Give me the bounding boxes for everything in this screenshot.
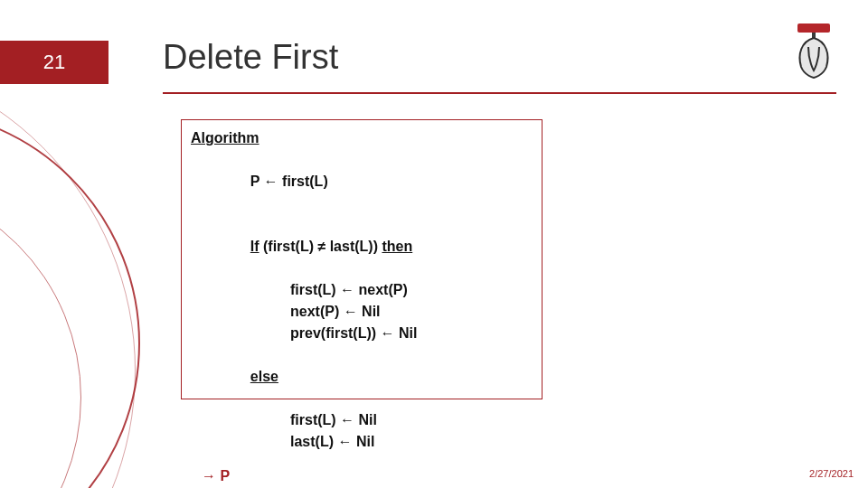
svg-rect-0 bbox=[797, 23, 830, 33]
algo-line-body2: next(P) ← Nil bbox=[191, 301, 533, 323]
algo-line-else: else bbox=[191, 344, 533, 409]
keyword-then: then bbox=[382, 239, 412, 254]
algorithm-box: Algorithm P ← first(L) If (first(L) ≠ la… bbox=[181, 119, 542, 399]
arrow-right-icon: → bbox=[202, 468, 216, 483]
decorative-curve bbox=[0, 108, 140, 488]
decorative-curve bbox=[0, 181, 81, 488]
algo-line-assign-p: P ← first(L) bbox=[191, 149, 533, 214]
decorative-curve bbox=[0, 54, 136, 488]
slide-number-badge: 21 bbox=[0, 41, 108, 84]
return-value: P bbox=[216, 468, 230, 483]
algo-line-body1: first(L) ← next(P) bbox=[191, 279, 533, 301]
text: P bbox=[250, 174, 264, 189]
slide-date: 2/27/2021 bbox=[809, 468, 854, 479]
keyword-if: If bbox=[250, 239, 259, 254]
condition: (first(L) ≠ last(L)) bbox=[259, 239, 382, 254]
institution-logo-icon bbox=[788, 22, 839, 80]
algo-line-body3: prev(first(L)) ← Nil bbox=[191, 323, 533, 344]
text: first(L) bbox=[278, 174, 328, 189]
slide-title: Delete First bbox=[163, 38, 338, 77]
algo-line-return: → P bbox=[191, 465, 533, 487]
algo-line-if: If (first(L) ≠ last(L)) then bbox=[191, 214, 533, 279]
algo-line-else1: first(L) ← Nil bbox=[191, 409, 533, 431]
algo-line-else2: last(L) ← Nil bbox=[191, 431, 533, 453]
title-underline bbox=[163, 92, 836, 94]
algorithm-heading: Algorithm bbox=[191, 127, 533, 149]
slide-number: 21 bbox=[43, 51, 65, 74]
keyword-else: else bbox=[250, 369, 278, 384]
arrow-left-icon: ← bbox=[264, 174, 278, 189]
